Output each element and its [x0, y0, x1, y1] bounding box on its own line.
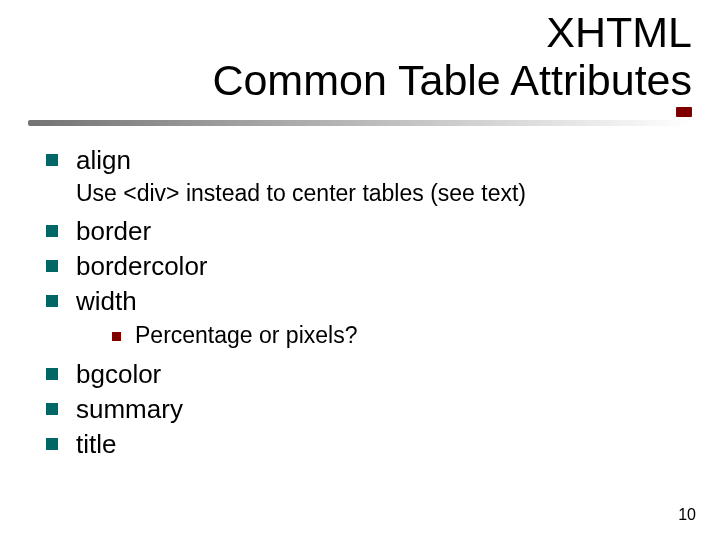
bullet-icon: [46, 260, 58, 272]
item-border: border: [76, 215, 151, 248]
list-item: width: [46, 285, 692, 318]
list-item: align: [46, 144, 692, 177]
title-accent: [676, 107, 692, 117]
sub-list: Percentage or pixels?: [112, 321, 692, 350]
item-width-sub: Percentage or pixels?: [135, 321, 357, 350]
bullet-icon: [46, 368, 58, 380]
slide: XHTML Common Table Attributes align Use …: [0, 0, 720, 540]
title-underline: [28, 120, 692, 126]
item-align-note: Use <div> instead to center tables (see …: [76, 179, 692, 208]
list-item: title: [46, 428, 692, 461]
bullet-icon: [46, 403, 58, 415]
item-title-attr: title: [76, 428, 116, 461]
slide-body: align Use <div> instead to center tables…: [46, 144, 692, 464]
list-item: bordercolor: [46, 250, 692, 283]
item-bgcolor: bgcolor: [76, 358, 161, 391]
page-number: 10: [678, 506, 696, 524]
slide-title: XHTML Common Table Attributes: [100, 8, 692, 104]
title-line-1: XHTML: [546, 8, 692, 56]
bullet-icon: [46, 225, 58, 237]
item-summary: summary: [76, 393, 183, 426]
bullet-icon: [46, 295, 58, 307]
list-item: bgcolor: [46, 358, 692, 391]
list-item: Percentage or pixels?: [112, 321, 692, 350]
item-width: width: [76, 285, 137, 318]
bullet-icon: [112, 332, 121, 341]
title-line-2: Common Table Attributes: [212, 56, 692, 104]
list-item: summary: [46, 393, 692, 426]
item-bordercolor: bordercolor: [76, 250, 208, 283]
list-item: border: [46, 215, 692, 248]
bullet-icon: [46, 438, 58, 450]
item-align: align: [76, 144, 131, 177]
bullet-icon: [46, 154, 58, 166]
